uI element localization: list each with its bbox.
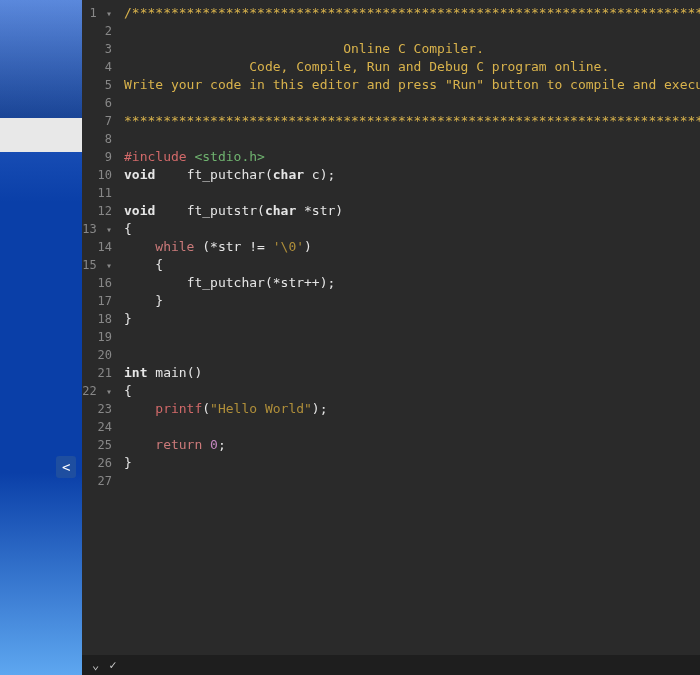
line-number: 24 — [82, 418, 112, 436]
code-token: void — [124, 167, 155, 182]
code-token: while — [155, 239, 194, 254]
code-area[interactable]: /***************************************… — [118, 0, 700, 675]
line-number: 11 — [82, 184, 112, 202]
code-token: Online C Compiler. — [124, 41, 484, 56]
code-token — [124, 275, 187, 290]
code-line[interactable] — [124, 472, 700, 490]
code-line[interactable]: { — [124, 256, 700, 274]
code-line[interactable] — [124, 130, 700, 148]
code-token: #include — [124, 149, 194, 164]
line-number: 1 ▾ — [82, 4, 112, 22]
code-token: (*str != — [194, 239, 272, 254]
fold-toggle-icon[interactable]: ▾ — [106, 8, 112, 19]
code-token: ft_putchar — [187, 275, 265, 290]
code-line[interactable] — [124, 418, 700, 436]
code-token — [202, 437, 210, 452]
code-line[interactable]: while (*str != '\0') — [124, 238, 700, 256]
code-token: ft_putstr — [187, 203, 257, 218]
code-token: ( — [257, 203, 265, 218]
line-number: 15 ▾ — [82, 256, 112, 274]
side-panel: < — [0, 0, 82, 675]
code-line[interactable]: Code, Compile, Run and Debug C program o… — [124, 58, 700, 76]
code-token: *str) — [296, 203, 343, 218]
code-token: c); — [304, 167, 335, 182]
line-number: 4 — [82, 58, 112, 76]
line-number: 25 — [82, 436, 112, 454]
code-token: main — [155, 365, 186, 380]
line-number: 12 — [82, 202, 112, 220]
fold-toggle-icon[interactable]: ▾ — [106, 386, 112, 397]
code-line[interactable] — [124, 94, 700, 112]
code-token: "Hello World" — [210, 401, 312, 416]
line-number: 20 — [82, 346, 112, 364]
line-number: 26 — [82, 454, 112, 472]
code-line[interactable]: /***************************************… — [124, 4, 700, 22]
code-token: int — [124, 365, 147, 380]
code-token: ); — [312, 401, 328, 416]
collapse-button[interactable]: < — [56, 456, 76, 478]
code-editor[interactable]: 1 ▾2345678910111213 ▾1415 ▾1617181920212… — [82, 0, 700, 675]
code-line[interactable]: int main() — [124, 364, 700, 382]
code-token: /***************************************… — [124, 5, 700, 20]
code-token: (*str++); — [265, 275, 335, 290]
code-token — [124, 401, 155, 416]
code-token — [124, 437, 155, 452]
code-token — [124, 239, 155, 254]
code-line[interactable]: #include <stdio.h> — [124, 148, 700, 166]
code-line[interactable] — [124, 328, 700, 346]
status-item[interactable]: ⌄ — [92, 658, 99, 672]
code-token: 0 — [210, 437, 218, 452]
code-line[interactable]: Write your code in this editor and press… — [124, 76, 700, 94]
code-line[interactable] — [124, 22, 700, 40]
line-number: 18 — [82, 310, 112, 328]
code-token: return — [155, 437, 202, 452]
fold-toggle-icon[interactable]: ▾ — [106, 260, 112, 271]
code-line[interactable]: { — [124, 382, 700, 400]
line-number: 23 — [82, 400, 112, 418]
code-line[interactable]: } — [124, 454, 700, 472]
line-number: 22 ▾ — [82, 382, 112, 400]
code-line[interactable]: Online C Compiler. — [124, 40, 700, 58]
line-number: 13 ▾ — [82, 220, 112, 238]
code-token: { — [124, 383, 132, 398]
code-line[interactable]: } — [124, 292, 700, 310]
code-line[interactable]: void ft_putstr(char *str) — [124, 202, 700, 220]
code-line[interactable]: return 0; — [124, 436, 700, 454]
code-token: ft_putchar — [187, 167, 265, 182]
fold-toggle-icon[interactable]: ▾ — [106, 224, 112, 235]
code-token: } — [124, 455, 132, 470]
code-token: } — [124, 311, 132, 326]
line-number: 27 — [82, 472, 112, 490]
status-item[interactable]: ✓ — [109, 658, 116, 672]
code-token: } — [124, 293, 163, 308]
code-token: ( — [265, 167, 273, 182]
code-line[interactable]: ****************************************… — [124, 112, 700, 130]
line-number: 8 — [82, 130, 112, 148]
code-token — [155, 167, 186, 182]
side-panel-highlight — [0, 118, 82, 152]
code-token — [155, 203, 186, 218]
line-number: 9 — [82, 148, 112, 166]
code-line[interactable]: printf("Hello World"); — [124, 400, 700, 418]
line-number: 5 — [82, 76, 112, 94]
code-line[interactable]: void ft_putchar(char c); — [124, 166, 700, 184]
line-number-gutter: 1 ▾2345678910111213 ▾1415 ▾1617181920212… — [82, 0, 118, 675]
code-line[interactable]: } — [124, 310, 700, 328]
code-token: char — [273, 167, 304, 182]
code-line[interactable]: ft_putchar(*str++); — [124, 274, 700, 292]
code-token: ; — [218, 437, 226, 452]
code-token: char — [265, 203, 296, 218]
code-token: { — [124, 257, 163, 272]
code-line[interactable] — [124, 346, 700, 364]
line-number: 10 — [82, 166, 112, 184]
code-token: ) — [304, 239, 312, 254]
line-number: 16 — [82, 274, 112, 292]
code-token: { — [124, 221, 132, 236]
line-number: 17 — [82, 292, 112, 310]
code-line[interactable] — [124, 184, 700, 202]
code-line[interactable]: { — [124, 220, 700, 238]
line-number: 3 — [82, 40, 112, 58]
code-token: void — [124, 203, 155, 218]
code-token: ( — [202, 401, 210, 416]
line-number: 2 — [82, 22, 112, 40]
